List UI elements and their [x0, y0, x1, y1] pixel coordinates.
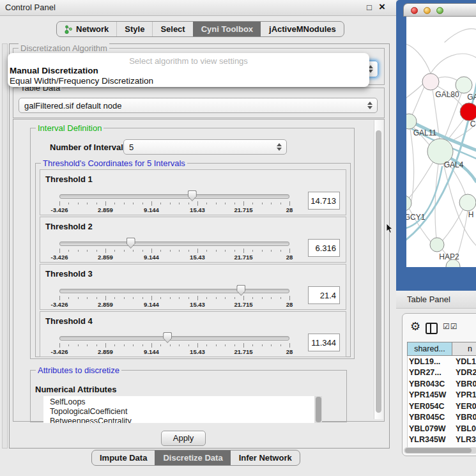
- zoom-traffic-icon[interactable]: [436, 7, 443, 14]
- slider-track[interactable]: [59, 289, 289, 293]
- column-header-shared-name[interactable]: shared...: [407, 342, 452, 356]
- threshold-slider-4[interactable]: -3.4262.8599.14415.4321.71528: [59, 332, 289, 355]
- network-node-c[interactable]: [460, 103, 476, 121]
- tab-impute-data[interactable]: Impute Data: [92, 450, 155, 465]
- network-node-gal11[interactable]: [406, 114, 417, 129]
- tab-discretize-data[interactable]: Discretize Data: [155, 450, 230, 465]
- attributes-list-scrollbar[interactable]: [314, 396, 322, 423]
- tick-mark: [271, 250, 272, 252]
- network-node-gal80[interactable]: [422, 73, 439, 90]
- table-row[interactable]: YDL19...YDL1: [408, 356, 476, 367]
- combo-arrows-icon: [277, 143, 282, 151]
- slider-thumb[interactable]: [163, 332, 172, 343]
- select-columns-icon[interactable]: ☑☑: [443, 322, 458, 331]
- settings-scrollbar[interactable]: [374, 120, 383, 419]
- tab-network[interactable]: Network: [57, 22, 116, 36]
- scrollbar-thumb[interactable]: [405, 448, 472, 453]
- network-edge[interactable]: [443, 209, 463, 240]
- network-node-label: C: [470, 119, 476, 128]
- tick-mark: [96, 250, 97, 252]
- threshold-value-field-1[interactable]: 14.713: [308, 192, 340, 210]
- network-edge[interactable]: [406, 43, 431, 73]
- tick-label: -3.426: [51, 348, 68, 355]
- cyni-toolbox-panel: Discretization Algorithm Table Data galF…: [9, 43, 390, 449]
- mouse-cursor: [386, 224, 394, 234]
- algorithm-option-manual-discretization[interactable]: Manual Discretization: [8, 66, 369, 76]
- tick-label: 15.43: [190, 206, 205, 213]
- tick-mark: [188, 297, 189, 299]
- table-horizontal-scrollbar[interactable]: [404, 447, 476, 454]
- gear-icon[interactable]: ⚙: [410, 319, 420, 334]
- tick-mark: [59, 343, 60, 348]
- network-node-ga[interactable]: [456, 77, 472, 93]
- slider-thumb[interactable]: [127, 238, 135, 249]
- threshold-value-field-3[interactable]: 21.4: [308, 286, 340, 304]
- tab-select[interactable]: Select: [152, 22, 192, 36]
- table-row[interactable]: YBL079WYBL0: [408, 423, 476, 434]
- numerical-attributes-label: Numerical Attributes: [35, 385, 116, 394]
- network-edge[interactable]: [431, 54, 476, 73]
- tab-cyni-toolbox[interactable]: Cyni Toolbox: [193, 22, 261, 36]
- tab-label: Style: [125, 24, 144, 34]
- network-canvas-svg[interactable]: GAL80GACGAL11GAL4GCY1HHAP2: [406, 17, 476, 267]
- column-header-name[interactable]: n: [452, 342, 476, 356]
- tick-mark: [289, 249, 290, 253]
- threshold-slider-3[interactable]: -3.4262.8599.14415.4321.71528: [59, 285, 289, 308]
- algorithm-option-equal-width-frequency-discretization[interactable]: Equal Width/Frequency Discretization: [8, 76, 369, 86]
- tab-style[interactable]: Style: [116, 22, 152, 36]
- tick-label: 9.144: [144, 254, 159, 261]
- apply-button[interactable]: Apply: [161, 431, 206, 446]
- table-row[interactable]: YLR345WYLR3: [408, 434, 476, 446]
- column-chooser-icon[interactable]: [426, 323, 438, 334]
- table-cell: YBL079W: [408, 424, 453, 433]
- splitpane-divider[interactable]: [2, 43, 8, 449]
- numerical-attributes-list[interactable]: SelfLoopsTopologicalCoefficientBetweenne…: [43, 396, 314, 423]
- table-row[interactable]: YDR27...YDR2: [408, 367, 476, 379]
- table-row[interactable]: YPR145WYPR1: [408, 390, 476, 401]
- attribute-item-topologicalcoefficient[interactable]: TopologicalCoefficient: [50, 407, 314, 417]
- slider-thumb[interactable]: [236, 285, 245, 296]
- node-table-card: ⚙ ☑☑ shared... n YDL19...YDL1YDR27...YDR…: [402, 313, 476, 456]
- tick-label: 21.715: [234, 301, 252, 308]
- slider-track[interactable]: [59, 242, 289, 246]
- network-window-titlebar[interactable]: [403, 3, 476, 17]
- control-panel-tabs: NetworkStyleSelectCyni ToolboxjActiveMNo…: [56, 21, 344, 37]
- table-row[interactable]: YER054CYER0: [408, 401, 476, 412]
- threshold-value-field-4[interactable]: 11.344: [308, 334, 340, 351]
- tab-jactivemnodules[interactable]: jActiveMNodules: [261, 22, 344, 36]
- network-canvas[interactable]: GAL80GACGAL11GAL4GCY1HHAP2: [406, 17, 476, 267]
- tick-mark: [124, 344, 125, 346]
- network-edge[interactable]: [411, 87, 424, 116]
- number-of-intervals-select[interactable]: 5: [123, 139, 287, 155]
- tab-label: Impute Data: [100, 453, 147, 463]
- network-edge[interactable]: [410, 129, 414, 201]
- scrollbar-thumb[interactable]: [316, 397, 321, 422]
- threshold-value-field-2[interactable]: 6.316: [308, 239, 340, 257]
- tick-mark: [160, 250, 161, 252]
- close-traffic-icon[interactable]: [411, 7, 418, 14]
- network-node-hap2[interactable]: [430, 238, 444, 252]
- float-window-icon[interactable]: □: [364, 3, 374, 12]
- network-edge[interactable]: [445, 29, 476, 42]
- table-row[interactable]: YBR043CYBR0: [408, 378, 476, 390]
- tick-label: 9.144: [144, 206, 159, 213]
- tick-mark: [216, 344, 217, 346]
- scrollbar-thumb[interactable]: [376, 130, 381, 413]
- network-node-h[interactable]: [459, 194, 476, 211]
- table-data-select[interactable]: galFiltered.sif default node: [19, 98, 378, 113]
- threshold-slider-1[interactable]: -3.4262.8599.14415.4321.71528: [59, 190, 289, 213]
- table-row[interactable]: YBR045CYBR0: [408, 412, 476, 424]
- slider-thumb[interactable]: [188, 190, 197, 201]
- tick-mark: [206, 250, 207, 252]
- attribute-item-betweennesscentrality[interactable]: BetweennessCentrality: [50, 417, 314, 423]
- close-window-icon[interactable]: ×: [377, 1, 387, 13]
- slider-track[interactable]: [59, 336, 289, 341]
- attribute-item-selfloops[interactable]: SelfLoops: [50, 397, 314, 407]
- threshold-slider-2[interactable]: -3.4262.8599.14415.4321.71528: [59, 238, 289, 261]
- network-node-gcy1[interactable]: [406, 196, 411, 211]
- slider-track[interactable]: [59, 194, 289, 199]
- tab-infer-network[interactable]: Infer Network: [231, 450, 300, 465]
- tick-mark: [225, 297, 226, 299]
- tick-mark: [87, 297, 88, 299]
- minimize-traffic-icon[interactable]: [424, 7, 431, 14]
